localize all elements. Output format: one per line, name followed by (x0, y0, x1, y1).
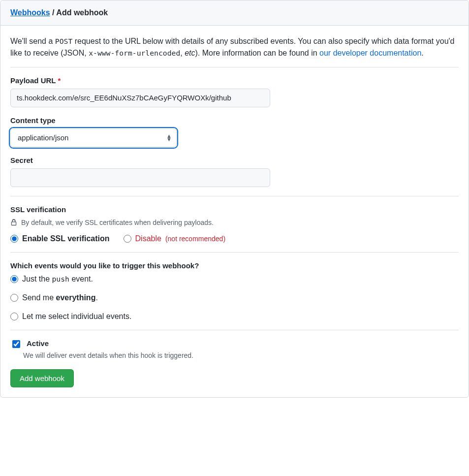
required-indicator: * (58, 76, 61, 85)
content-type-label: Content type (10, 116, 459, 125)
ssl-disable-radio[interactable] (124, 235, 131, 243)
content-type-group: Content type application/json ▲▼ (10, 116, 459, 147)
payload-url-input[interactable] (10, 89, 270, 107)
secret-label: Secret (10, 156, 459, 164)
payload-url-label: Payload URL * (10, 76, 459, 85)
events-list: Just the push event. Send me everything.… (10, 275, 459, 321)
ssl-enable-radio[interactable] (10, 235, 18, 243)
breadcrumb: Webhooks / Add webhook (0, 0, 469, 26)
secret-group: Secret (10, 156, 459, 187)
ssl-title: SSL verification (10, 205, 459, 214)
ssl-disable-option[interactable]: Disable (not recommended) (124, 234, 226, 243)
events-everything-option[interactable]: Send me everything. (10, 293, 459, 302)
events-push-option[interactable]: Just the push event. (10, 275, 459, 284)
breadcrumb-parent-link[interactable]: Webhooks (10, 8, 50, 17)
divider (10, 330, 459, 330)
lock-icon (10, 219, 17, 226)
events-title: Which events would you like to trigger t… (10, 261, 459, 270)
add-webhook-button[interactable]: Add webhook (10, 369, 74, 387)
breadcrumb-separator: / (50, 8, 57, 17)
ssl-enable-option[interactable]: Enable SSL verification (10, 234, 110, 243)
ssl-note: By default, we verify SSL certificates w… (21, 219, 214, 226)
active-checkbox[interactable] (12, 340, 20, 348)
events-push-radio[interactable] (10, 275, 18, 283)
ssl-note-row: By default, we verify SSL certificates w… (10, 219, 459, 226)
developer-docs-link[interactable]: our developer documentation (319, 49, 421, 57)
breadcrumb-current: Add webhook (56, 8, 108, 17)
secret-input[interactable] (10, 168, 270, 187)
divider (10, 196, 459, 196)
divider (10, 252, 459, 253)
form-urlencoded-code: x-www-form-urlencoded (89, 49, 180, 57)
events-everything-radio[interactable] (10, 294, 18, 302)
webhook-panel: Webhooks / Add webhook We'll send a POST… (0, 0, 469, 398)
active-row: Active (10, 339, 459, 349)
active-desc: We will deliver event details when this … (23, 351, 459, 359)
active-label: Active (27, 339, 49, 348)
panel-body: We'll send a POST request to the URL bel… (0, 26, 469, 397)
events-individual-option[interactable]: Let me select individual events. (10, 312, 459, 321)
events-individual-radio[interactable] (10, 313, 18, 320)
intro-text: We'll send a POST request to the URL bel… (10, 35, 459, 67)
post-code: POST (55, 37, 72, 45)
ssl-radio-row: Enable SSL verification Disable (not rec… (10, 234, 459, 243)
payload-url-group: Payload URL * (10, 76, 459, 107)
content-type-select[interactable]: application/json (10, 128, 177, 147)
